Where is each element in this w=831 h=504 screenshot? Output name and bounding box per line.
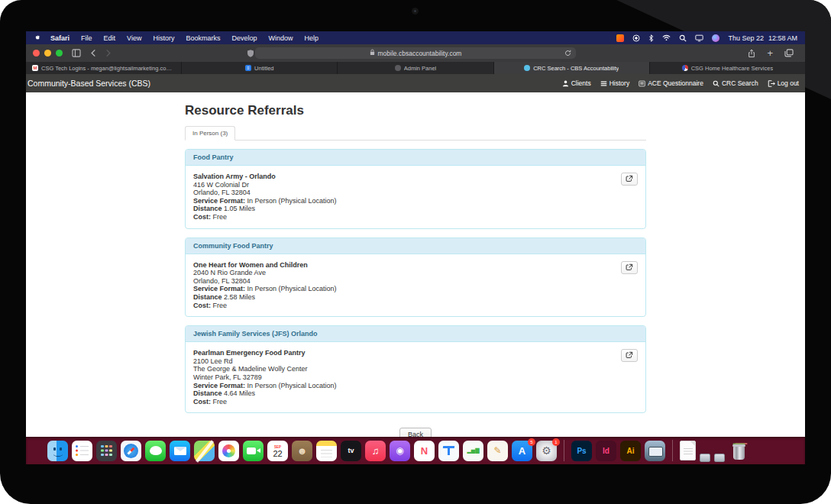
- referral-line: 2100 Lee Rd: [193, 357, 638, 366]
- menu-develop[interactable]: Develop: [231, 34, 257, 42]
- menubar-time: 12:58 AM: [768, 34, 797, 42]
- dock-app-store-icon[interactable]: A5: [512, 441, 532, 461]
- dock-finder-icon[interactable]: [47, 441, 68, 461]
- privacy-shield-icon[interactable]: [247, 49, 254, 58]
- dock-minimized-window-icon[interactable]: [700, 454, 710, 462]
- numbers-glyph: ▂▅▇: [467, 447, 479, 454]
- back-icon[interactable]: [90, 49, 96, 57]
- forward-icon[interactable]: [105, 49, 112, 57]
- menu-help[interactable]: Help: [304, 34, 318, 42]
- dock-calendar-icon[interactable]: SEP22: [267, 441, 288, 461]
- site-navbar: Community-Based Services (CBS) ClientsHi…: [26, 74, 805, 92]
- wifi-icon[interactable]: [662, 34, 671, 41]
- dock-photoshop-icon[interactable]: Ps: [571, 441, 592, 461]
- tab-in-person[interactable]: In Person (3): [185, 126, 235, 141]
- dock-music-icon[interactable]: ♫: [365, 441, 386, 461]
- menu-history[interactable]: History: [153, 34, 174, 42]
- reload-icon[interactable]: [564, 50, 571, 58]
- referral-line: Service Format: In Person (Physical Loca…: [193, 197, 638, 205]
- dock-illustrator-icon[interactable]: Ai: [620, 441, 641, 461]
- bluetooth-icon[interactable]: [648, 34, 654, 42]
- menu-items: SafariFileEditViewHistoryBookmarksDevelo…: [50, 34, 318, 42]
- dock-news-icon[interactable]: N: [414, 441, 435, 461]
- open-resource-button[interactable]: [621, 349, 638, 362]
- dock-contacts-icon[interactable]: ☻: [292, 441, 312, 461]
- nav-link-history[interactable]: History: [600, 79, 629, 87]
- nav-link-clients[interactable]: Clients: [562, 79, 591, 87]
- logout-icon: [768, 80, 775, 87]
- dock-notes-icon[interactable]: [316, 441, 337, 461]
- window-close-button[interactable]: [33, 50, 40, 57]
- browser-tab-crc[interactable]: CRC Search - CBS Accountability: [494, 62, 650, 74]
- share-icon[interactable]: [748, 49, 755, 58]
- nav-link-crc-search[interactable]: CRC Search: [713, 79, 758, 87]
- dock-messages-icon[interactable]: [145, 441, 166, 461]
- dock-minimized-window-icon[interactable]: [714, 454, 725, 462]
- dock-launchpad-icon[interactable]: [96, 441, 117, 461]
- menu-view[interactable]: View: [127, 34, 141, 42]
- referral-line: 416 W Colonial Dr: [193, 181, 638, 189]
- dock-pages-icon[interactable]: ✎: [487, 441, 508, 461]
- status-icons: [616, 34, 719, 42]
- dock-indesign-icon[interactable]: Id: [596, 441, 616, 461]
- display-icon[interactable]: [695, 34, 703, 42]
- dock-keynote-icon[interactable]: [438, 441, 459, 461]
- pages-glyph: ✎: [493, 445, 501, 456]
- system-settings-glyph: ⚙: [542, 444, 551, 457]
- menu-edit[interactable]: Edit: [104, 34, 116, 42]
- person-icon: [562, 80, 569, 87]
- tab-label: Admin Panel: [404, 65, 437, 72]
- browser-tab-gmail[interactable]: MCSG Tech Logins - megan@lightsailmarket…: [26, 62, 182, 74]
- camera-icon[interactable]: [632, 34, 640, 42]
- dock-desktop-preview-icon[interactable]: [645, 441, 665, 461]
- dock-system-settings-icon[interactable]: ⚙1: [536, 441, 557, 461]
- menu-window[interactable]: Window: [268, 34, 293, 42]
- site-nav-links: ClientsHistoryACE QuestionnaireCRC Searc…: [562, 79, 799, 87]
- back-button[interactable]: Back: [399, 428, 432, 437]
- dock-podcasts-icon[interactable]: ◉: [390, 441, 410, 461]
- dock-document-icon[interactable]: [680, 441, 696, 460]
- menubar-clock[interactable]: Thu Sep 22 12:58 AM: [728, 34, 797, 42]
- referral-line: Cost: Free: [193, 213, 638, 221]
- dock-photos-icon[interactable]: [218, 441, 239, 461]
- dock-numbers-icon[interactable]: ▂▅▇: [463, 441, 483, 461]
- apple-menu-icon[interactable]: [34, 34, 40, 41]
- sidebar-icon[interactable]: [72, 49, 81, 57]
- menu-safari[interactable]: Safari: [50, 34, 70, 42]
- dock-facetime-icon[interactable]: [243, 441, 264, 461]
- open-resource-button[interactable]: [621, 173, 638, 186]
- app-grid-icon[interactable]: [616, 34, 624, 42]
- window-zoom-button[interactable]: [56, 50, 63, 57]
- spotlight-icon[interactable]: [679, 34, 687, 42]
- new-tab-icon[interactable]: +: [767, 50, 773, 57]
- browser-tab-admin[interactable]: Admin Panel: [338, 62, 493, 74]
- referral-line: Winter Park, FL 32789: [193, 373, 638, 382]
- site-brand[interactable]: Community-Based Services (CBS): [27, 79, 150, 88]
- webcam: [412, 8, 419, 15]
- nav-link-log-out[interactable]: Log out: [768, 79, 799, 87]
- list-icon: [600, 80, 607, 87]
- dock-maps-icon[interactable]: [194, 441, 215, 461]
- nav-link-ace-questionnaire[interactable]: ACE Questionnaire: [639, 79, 703, 87]
- menu-bookmarks[interactable]: Bookmarks: [186, 34, 220, 42]
- browser-tab-csg[interactable]: CSG Home Healthcare Services: [650, 62, 805, 74]
- page-title: Resource Referrals: [185, 103, 646, 118]
- dock-trash-icon[interactable]: [729, 441, 749, 461]
- tab-overview-icon[interactable]: [784, 49, 794, 57]
- referral-line: Service Format: In Person (Physical Loca…: [193, 285, 638, 293]
- browser-tab-docs[interactable]: ≡Untitled: [182, 62, 338, 74]
- music-glyph: ♫: [372, 445, 380, 457]
- safari-tab-bar: MCSG Tech Logins - megan@lightsailmarket…: [26, 62, 805, 74]
- referral-line: Distance 2.58 Miles: [193, 293, 638, 302]
- open-resource-button[interactable]: [621, 261, 638, 274]
- external-link-icon: [626, 262, 633, 273]
- menu-file[interactable]: File: [81, 34, 92, 42]
- dock-safari-icon[interactable]: [121, 441, 141, 461]
- siri-icon[interactable]: [712, 34, 719, 42]
- dock-reminders-icon[interactable]: [72, 441, 92, 461]
- dock-mail-icon[interactable]: [170, 441, 190, 461]
- window-minimize-button[interactable]: [44, 50, 51, 57]
- address-bar[interactable]: mobile.cbsaccountability.com: [255, 47, 576, 59]
- calendar-day: 22: [273, 449, 282, 458]
- dock-apple-tv-icon[interactable]: tv: [341, 441, 361, 461]
